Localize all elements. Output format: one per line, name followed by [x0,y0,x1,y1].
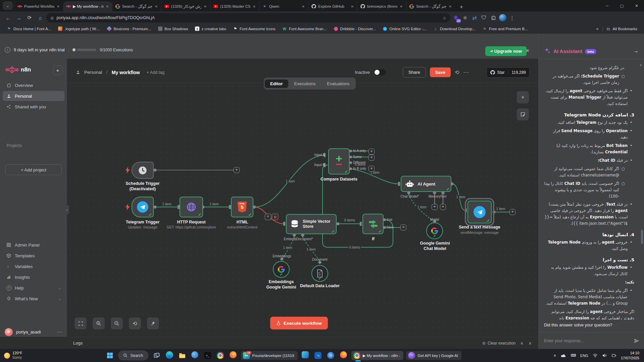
add-node-plus[interactable]: + [400,224,406,230]
browser-tab[interactable]: ✶Qwen✕ [259,1,308,11]
tab-close-icon[interactable]: ✕ [399,5,403,8]
history-icon[interactable]: ⟲ [455,69,459,75]
browser-tab[interactable]: ▶ My workflow - n8n✕ [63,1,112,11]
new-tab-button[interactable]: + [457,3,466,11]
add-node-plus[interactable]: + [440,204,446,210]
taskbar-app-edge[interactable] [164,351,175,361]
language-indicator[interactable]: ENG [580,354,588,358]
home-button[interactable]: ⌂ [36,13,45,22]
taskbar-app-bluedisc[interactable] [190,351,200,361]
extension-shield-icon[interactable]: 🛡 [480,14,488,22]
tab-close-icon[interactable]: ✕ [350,5,354,8]
browser-tab[interactable]: Explore GitHub✕ [308,1,357,11]
connection-add-button[interactable]: + [265,214,271,220]
extensions-puzzle-icon[interactable] [489,14,497,22]
add-sticky-note-button[interactable] [517,108,529,120]
tab-close-icon[interactable]: ✕ [203,5,207,8]
taskbar-app-vscode[interactable]: ⌥ [313,351,323,361]
user-kebab-icon[interactable]: ⋯ [57,329,62,335]
taskbar-app-clockapp[interactable]: ◷ [326,351,336,361]
close-button[interactable]: ✕ [629,0,644,11]
upgrade-button[interactable]: ⬏ Upgrade now [485,46,527,56]
extension-arrows-icon[interactable]: ⇄ [470,14,479,22]
sidebar-item-personal[interactable]: Personal [3,91,64,101]
share-button[interactable]: Share [403,67,426,77]
bookmark-item[interactable]: Dribbble - Discover... [331,25,379,32]
sidebar-item-help[interactable]: ?Help⌄ [3,283,64,293]
profile-avatar[interactable] [499,14,507,22]
taskbar-app-taskview[interactable] [152,351,162,361]
clear-execution-button[interactable]: ⊘Clear execution [482,341,515,346]
taskbar-search[interactable]: Search [118,351,148,360]
workflow-title[interactable]: My workflow [112,70,140,75]
fit-view-button[interactable] [75,317,87,329]
browser-tab[interactable]: Search - مترجم گوگل✕ [112,1,161,11]
tab-close-icon[interactable]: ✕ [154,5,158,8]
bookmark-item[interactable]: L.logotype path { fill:... [55,25,103,32]
tab-evaluations[interactable]: Evaluations [321,80,355,88]
browser-menu-kebab-icon[interactable]: ⋮ [508,14,516,22]
add-node-plus[interactable]: + [432,204,438,210]
bookmark-item[interactable]: Box Shadows [155,25,191,32]
sidebar-item-shared-with-you[interactable]: Shared with you [3,102,64,112]
extension-n8n-icon[interactable]: 20 [452,14,460,22]
site-info-icon[interactable]: ⊜ [50,15,54,20]
reset-zoom-button[interactable]: ⟲ [129,317,141,329]
node-gemini-chat-model[interactable]: ✓ [426,222,443,239]
browser-tab[interactable]: (1326) آموزش خودکار✕ [161,1,210,11]
bookmark-item[interactable]: ⚑Docs Home | Font A... [4,25,54,32]
sidebar-item-templates[interactable]: Templates [3,251,64,261]
sidebar-item-insights[interactable]: Insights [3,272,64,282]
zoom-out-button[interactable] [111,317,123,329]
taskbar-app-terminal[interactable]: >_ [203,351,213,361]
browser-tab[interactable]: Powerful Workflow Au✕ [14,1,63,11]
node-simple-vector-store[interactable]: Simple Vector Store ✓ [286,214,337,234]
start-button[interactable] [105,351,115,361]
user-menu[interactable]: P poriya_asadi ⋯ [0,327,67,337]
sidebar-collapse-handle[interactable]: ‹ [65,205,69,214]
sidebar-item-admin-panel[interactable]: Admin Panel [3,240,64,250]
add-node-plus[interactable]: + [368,166,375,172]
sidebar-item-overview[interactable]: Overview [3,80,64,90]
panel-scrollbar-thumb[interactable] [641,230,643,244]
node-if[interactable]: ✓ [362,214,384,234]
add-node-plus[interactable]: + [509,209,515,215]
tab-executions[interactable]: Executions [289,80,321,88]
taskbar-app-photos[interactable] [300,351,310,361]
weather-widget[interactable]: 120°F Sunny [0,351,26,360]
node-default-data-loader[interactable]: 0110 ✓ [311,265,328,282]
add-node-plus[interactable]: + [368,155,375,161]
node-html[interactable]: HTML5 ✓ [231,197,253,217]
browser-tab[interactable]: (1329) Master CSS Sel✕ [210,1,259,11]
bookmark-item[interactable]: ⚑Font Awesome Icons [230,25,278,32]
bookmark-item[interactable]: ʒz creative labs [192,25,229,32]
bookmark-item[interactable]: Boxicons : Premium... [104,25,154,32]
taskbar-app-firefox[interactable] [228,351,238,361]
all-bookmarks-button[interactable]: 🗀 All Bookmarks [603,25,640,32]
sidebar-item-variables[interactable]: xVariables [3,261,64,271]
logs-bar[interactable]: Logs ⊘Clear execution ∧ ∧ [67,337,538,349]
browser-tab[interactable]: brenoepics (Breno A.)✕ [357,1,406,11]
node-schedule-trigger[interactable] [132,162,154,179]
bookmarks-overflow-chevron[interactable]: » [596,27,599,31]
tab-editor[interactable]: Editor [265,80,288,88]
tray-chevron-up-icon[interactable]: ∧ [553,353,556,358]
forward-button[interactable]: → [14,13,23,22]
execute-workflow-button[interactable]: Execute workflow [270,317,328,329]
taskbar-app-gemini[interactable]: ◠Get API key | Google AI [406,351,461,360]
taskbar-app-chrome[interactable] [215,351,226,361]
node-embeddings-gemini[interactable]: ✓ [273,261,290,278]
maximize-button[interactable]: ▢ [614,0,629,11]
tab-search-button[interactable]: ⌄ [3,1,13,10]
taskbar-app-chrome[interactable]: ▶ My workflow - n8n - [351,351,404,360]
taskbar-app-folder[interactable] [177,351,187,361]
browser-tab[interactable]: Search - مترجم گوگل✕ [406,1,455,11]
snip-battery-icon[interactable] [611,353,616,358]
zoom-in-button[interactable] [93,317,105,329]
scroll-top-arrow-icon[interactable]: ▲ [639,63,642,66]
node-telegram-trigger[interactable]: ✓ [132,197,154,217]
add-node-plus[interactable]: + [234,167,240,173]
ai-response-input[interactable] [543,338,631,344]
new-workflow-button[interactable]: + [53,65,62,75]
touch-keyboard-icon[interactable]: ⌨ [571,353,576,358]
